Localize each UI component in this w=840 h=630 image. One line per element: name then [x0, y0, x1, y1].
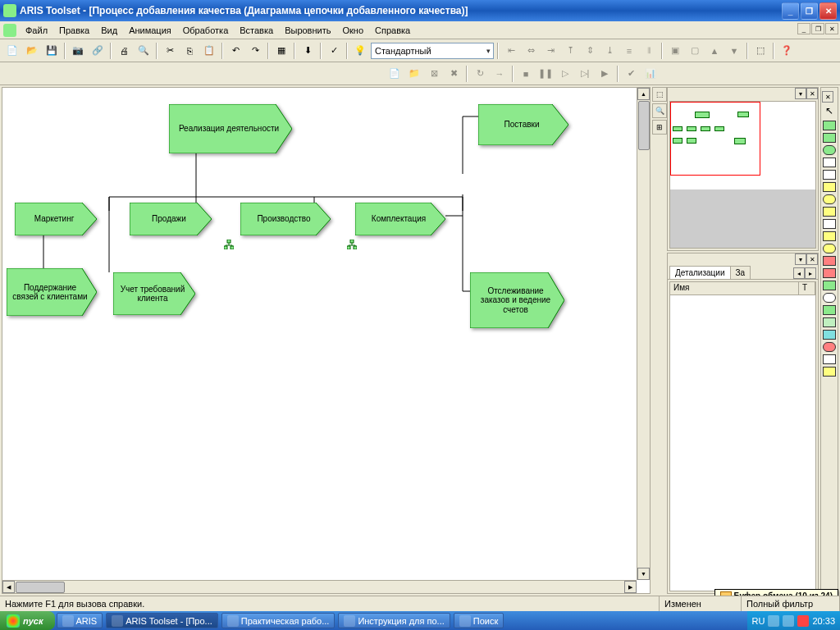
palette-shape[interactable]: [823, 367, 836, 377]
tab-za[interactable]: За: [730, 266, 751, 279]
avira-icon[interactable]: [797, 615, 809, 627]
overview-canvas[interactable]: [669, 101, 816, 249]
mdi-minimize[interactable]: _: [797, 23, 810, 34]
palette-shape[interactable]: [823, 182, 836, 192]
palette-shape[interactable]: [823, 231, 836, 241]
menu-edit[interactable]: Правка: [53, 24, 95, 37]
ungroup-icon[interactable]: ▢: [686, 42, 704, 60]
redo-icon[interactable]: ↷: [246, 42, 264, 60]
anim-once-icon[interactable]: →: [491, 65, 509, 83]
hierarchy-icon[interactable]: ⬇: [299, 42, 317, 60]
scroll-up-icon[interactable]: ▲: [637, 88, 650, 100]
lang-indicator[interactable]: RU: [752, 616, 765, 626]
palette-shape[interactable]: [823, 158, 836, 167]
clock[interactable]: 20:33: [812, 616, 835, 626]
undo-icon[interactable]: ↶: [226, 42, 244, 60]
anim-check-icon[interactable]: ✔: [622, 65, 640, 83]
anim-doc-icon[interactable]: 📄: [386, 65, 404, 83]
anim-x-icon[interactable]: ✖: [445, 65, 463, 83]
panel-close-icon[interactable]: ✕: [806, 88, 818, 99]
horizontal-scrollbar[interactable]: ◀ ▶: [2, 580, 637, 593]
mdi-close[interactable]: ✕: [825, 23, 838, 34]
front-icon[interactable]: ▲: [705, 42, 724, 60]
palette-shape[interactable]: [823, 170, 836, 180]
col-type[interactable]: Т: [799, 282, 815, 294]
group-icon[interactable]: ▣: [666, 42, 684, 60]
palette-shape[interactable]: [823, 281, 836, 290]
mini-zoom-icon[interactable]: 🔍: [652, 103, 667, 118]
palette-shape[interactable]: [823, 133, 836, 143]
task-item[interactable]: Поиск: [454, 613, 504, 628]
task-item[interactable]: ARIS: [57, 613, 103, 628]
props-icon[interactable]: ▦: [272, 42, 290, 60]
paste-icon[interactable]: 📋: [200, 42, 218, 60]
close-button[interactable]: ✕: [819, 2, 837, 20]
panel-pin-icon[interactable]: ▾: [795, 253, 806, 265]
panel-close-icon[interactable]: ✕: [806, 253, 818, 265]
anim-ff-icon[interactable]: ▶: [596, 65, 614, 83]
shape-marketing[interactable]: Маркетинг: [15, 203, 97, 235]
palette-close-icon[interactable]: ✕: [822, 91, 833, 103]
detail-list[interactable]: Имя Т: [669, 281, 816, 591]
palette-shape[interactable]: [823, 342, 836, 352]
mini-expand-icon[interactable]: ⊞: [652, 120, 667, 135]
diagram-canvas[interactable]: Реализация деятельности Поставки Маркети…: [2, 88, 637, 580]
palette-shape[interactable]: [823, 330, 836, 340]
menu-process[interactable]: Обработка: [177, 24, 234, 37]
tray-icon[interactable]: [783, 615, 794, 627]
new-icon[interactable]: 📄: [3, 42, 21, 60]
scroll-down-icon[interactable]: ▼: [637, 568, 650, 580]
menu-file[interactable]: Файл: [20, 24, 53, 37]
palette-shape[interactable]: [823, 219, 836, 229]
palette-shape[interactable]: [823, 121, 836, 130]
anim-folder-icon[interactable]: 📁: [405, 65, 423, 83]
back-icon[interactable]: ▼: [725, 42, 743, 60]
shape-production[interactable]: Производство: [240, 203, 331, 235]
anim-loop-icon[interactable]: ↻: [471, 65, 489, 83]
anim-close-icon[interactable]: ⊠: [425, 65, 443, 83]
mdi-restore[interactable]: ❐: [811, 23, 824, 34]
scroll-right-icon[interactable]: ▶: [624, 581, 637, 593]
palette-shape[interactable]: [823, 317, 836, 327]
copy-icon[interactable]: ⎘: [180, 42, 199, 60]
mini-hierarchy-icon[interactable]: ⬚: [652, 87, 667, 102]
minimize-button[interactable]: _: [782, 2, 799, 20]
cut-icon[interactable]: ✂: [161, 42, 179, 60]
scroll-thumb-v[interactable]: [638, 101, 650, 150]
cursor-tool-icon[interactable]: ↖: [823, 105, 836, 118]
task-item[interactable]: Инструкция для по...: [338, 613, 450, 628]
anim-chart-icon[interactable]: 📊: [641, 65, 660, 83]
save-icon[interactable]: 💾: [43, 42, 61, 60]
shape-supply[interactable]: Поставки: [478, 104, 568, 145]
shape-realization[interactable]: Реализация деятельности: [169, 104, 292, 153]
anim-step-icon[interactable]: ▷|: [576, 65, 594, 83]
col-name[interactable]: Имя: [670, 282, 799, 294]
menu-insert[interactable]: Вставка: [234, 24, 279, 37]
scroll-thumb-h[interactable]: [16, 582, 65, 593]
menu-align[interactable]: Выровнить: [279, 24, 336, 37]
system-tray[interactable]: RU 20:33: [747, 611, 840, 630]
camera-icon[interactable]: 📷: [69, 42, 87, 60]
align-top-icon[interactable]: ⤒: [561, 42, 579, 60]
tab-detail[interactable]: Детализации: [669, 266, 731, 279]
link-icon[interactable]: 🔗: [89, 42, 107, 60]
menu-animation[interactable]: Анимация: [123, 24, 177, 37]
palette-shape[interactable]: [823, 305, 836, 315]
shape-client-relations[interactable]: Поддержание связей с клиентами: [7, 268, 97, 316]
shape-sales[interactable]: Продажи: [130, 203, 212, 235]
align-bottom-icon[interactable]: ⤓: [600, 42, 619, 60]
palette-shape[interactable]: [823, 354, 836, 364]
align-center-icon[interactable]: ⇔: [522, 42, 540, 60]
anim-pause-icon[interactable]: ❚❚: [536, 65, 555, 83]
palette-shape[interactable]: [823, 244, 836, 253]
bulb-icon[interactable]: 💡: [351, 42, 369, 60]
style-combo[interactable]: Стандартный: [371, 43, 494, 59]
menu-window[interactable]: Окно: [336, 24, 369, 37]
palette-shape[interactable]: [823, 145, 836, 155]
palette-shape[interactable]: [823, 194, 836, 204]
layout-icon[interactable]: ⬚: [751, 42, 769, 60]
tray-icon[interactable]: [768, 615, 779, 627]
anim-stop-icon[interactable]: ■: [517, 65, 535, 83]
shape-order-tracking[interactable]: Отслеживание заказов и ведение счетов: [470, 272, 564, 328]
align-left-icon[interactable]: ⇤: [502, 42, 520, 60]
